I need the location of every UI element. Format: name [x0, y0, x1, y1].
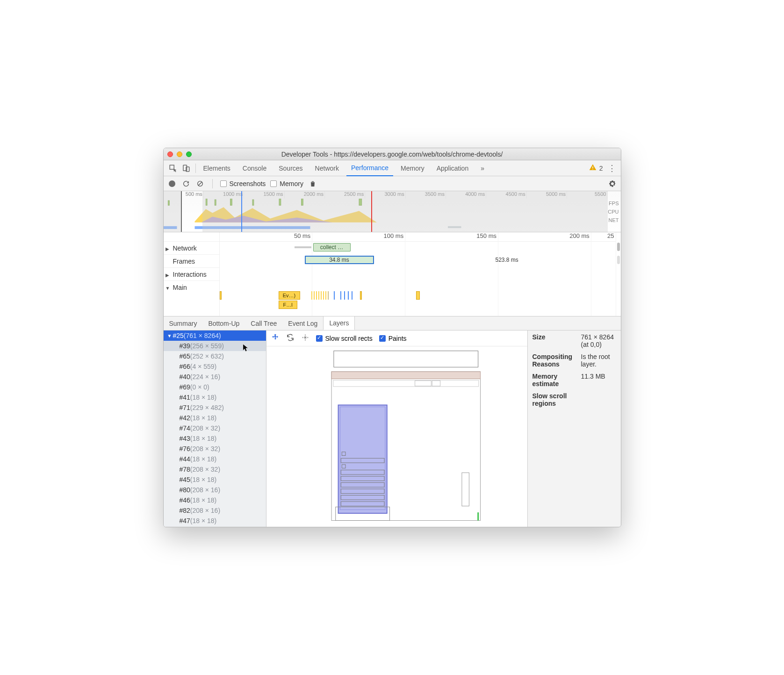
tabs: Elements Console Sources Network Perform…: [199, 160, 589, 176]
main-event[interactable]: [344, 291, 345, 300]
svg-rect-23: [338, 405, 387, 513]
selection-handle-mid[interactable]: [241, 191, 242, 232]
layer-3d-viewer[interactable]: [266, 346, 527, 527]
layer-tree-item[interactable]: #39(256 × 559): [164, 341, 266, 351]
tab-sources[interactable]: Sources: [274, 160, 307, 176]
layer-tree-item[interactable]: #82(208 × 16): [164, 505, 266, 516]
tab-performance[interactable]: Performance: [346, 160, 393, 176]
rotate-icon[interactable]: [286, 333, 295, 343]
tab-console[interactable]: Console: [238, 160, 271, 176]
layer-tree-item[interactable]: #66(4 × 559): [164, 361, 266, 372]
scrollbar[interactable]: [617, 243, 620, 251]
tab-call-tree[interactable]: Call Tree: [245, 316, 282, 330]
paints-checkbox[interactable]: Paints: [379, 335, 407, 342]
layer-tree-item[interactable]: #74(208 × 32): [164, 423, 266, 433]
selection-handle-left[interactable]: [181, 191, 182, 232]
layer-id: #25: [173, 332, 184, 339]
layer-tree-item[interactable]: #41(18 × 18): [164, 392, 266, 402]
layer-id: #80: [180, 486, 190, 494]
main-event[interactable]: F…l: [279, 301, 297, 309]
main-event[interactable]: [340, 291, 341, 300]
gear-icon[interactable]: [608, 179, 617, 188]
overview-shade-left: [164, 191, 181, 232]
clear-button[interactable]: [195, 179, 205, 188]
overview-timeline[interactable]: 500 ms 1000 ms 1500 ms 2000 ms 2500 ms 3…: [164, 191, 621, 232]
slow-scroll-checkbox[interactable]: Slow scroll rects: [316, 335, 373, 342]
zoom-icon[interactable]: [186, 151, 192, 157]
main-event[interactable]: [348, 291, 349, 300]
layer-id: #65: [180, 352, 190, 360]
layer-id: #40: [180, 373, 190, 381]
kebab-icon[interactable]: ⋮: [606, 163, 618, 173]
main-event[interactable]: [352, 291, 352, 300]
layer-dimensions: (229 × 482): [190, 404, 224, 411]
main-event[interactable]: [220, 291, 222, 300]
scrollbar[interactable]: [617, 256, 620, 264]
layer-tree[interactable]: ▼#25(761 × 8264)#39(256 × 559)#65(252 × …: [164, 330, 266, 527]
network-prequeue: [295, 246, 311, 248]
warning-icon[interactable]: [589, 164, 597, 172]
tick: 25: [591, 232, 616, 241]
tab-event-log[interactable]: Event Log: [282, 316, 323, 330]
layer-dimensions: (256 × 559): [190, 342, 224, 350]
layer-tree-item[interactable]: #76(208 × 32): [164, 444, 266, 454]
layer-tree-item[interactable]: #45(18 × 18): [164, 474, 266, 485]
layer-tree-item[interactable]: #71(229 × 482): [164, 402, 266, 413]
reset-view-icon[interactable]: [301, 333, 309, 343]
layer-id: #44: [180, 455, 190, 463]
layer-id: #74: [180, 424, 190, 432]
checkbox-checked-icon: [379, 335, 386, 342]
layer-tree-item[interactable]: #78(208 × 32): [164, 464, 266, 474]
tab-bottom-up[interactable]: Bottom-Up: [202, 316, 245, 330]
layer-tree-item[interactable]: #44(18 × 18): [164, 454, 266, 464]
lane-network[interactable]: Network: [164, 242, 219, 255]
layer-dimensions: (18 × 18): [190, 476, 216, 483]
main-event[interactable]: [360, 291, 362, 300]
flame-lanes[interactable]: 50 ms 100 ms 150 ms 200 ms 25 collect … …: [220, 232, 621, 316]
layer-tree-item[interactable]: #69(0 × 0): [164, 382, 266, 392]
main-event[interactable]: Ev…): [279, 291, 300, 300]
tab-network[interactable]: Network: [310, 160, 344, 176]
layer-id: #47: [180, 517, 190, 524]
main-event[interactable]: [416, 291, 420, 300]
device-toggle-icon[interactable]: [180, 162, 193, 175]
layer-tree-item[interactable]: #80(208 × 16): [164, 485, 266, 495]
pan-icon[interactable]: [271, 333, 280, 343]
layer-tree-item[interactable]: #65(252 × 632): [164, 351, 266, 361]
close-icon[interactable]: [167, 151, 173, 157]
layer-tree-item[interactable]: #47(18 × 18): [164, 516, 266, 526]
lane-main[interactable]: Main: [164, 281, 219, 294]
layer-tree-item[interactable]: #43(18 × 18): [164, 433, 266, 444]
main-event[interactable]: [311, 291, 330, 300]
screenshots-checkbox[interactable]: Screenshots: [220, 180, 266, 187]
selection-handle-right[interactable]: [371, 191, 372, 232]
inspect-icon[interactable]: [166, 162, 180, 175]
main-event[interactable]: [334, 291, 335, 300]
warning-count[interactable]: 2: [599, 165, 603, 172]
trash-icon[interactable]: [308, 179, 317, 188]
tab-elements[interactable]: Elements: [199, 160, 235, 176]
layer-dimensions: (208 × 32): [190, 466, 220, 473]
layer-id: #45: [180, 476, 190, 483]
tab-memory[interactable]: Memory: [396, 160, 429, 176]
lane-frames[interactable]: Frames: [164, 255, 219, 268]
tick: 150 ms: [405, 232, 498, 241]
tab-layers[interactable]: Layers: [323, 316, 355, 330]
memory-checkbox[interactable]: Memory: [270, 180, 303, 187]
frame-bar[interactable]: 34.8 ms: [305, 256, 374, 264]
network-request-bar[interactable]: collect …: [313, 243, 351, 251]
layer-tree-item[interactable]: ▼#25(761 × 8264): [164, 330, 266, 341]
layer-tree-item[interactable]: #46(18 × 18): [164, 495, 266, 505]
main-event[interactable]: [328, 291, 329, 300]
minimize-icon[interactable]: [177, 151, 182, 157]
record-button[interactable]: [167, 179, 177, 188]
flamechart[interactable]: Network Frames Interactions Main 50 ms 1…: [164, 232, 621, 316]
lane-interactions[interactable]: Interactions: [164, 268, 219, 281]
layer-tree-item[interactable]: #40(224 × 16): [164, 372, 266, 382]
tab-summary[interactable]: Summary: [164, 316, 203, 330]
layer-tree-item[interactable]: #42(18 × 18): [164, 413, 266, 423]
tabs-overflow[interactable]: »: [476, 160, 489, 176]
layer-dimensions: (18 × 18): [190, 435, 216, 442]
reload-button[interactable]: [181, 179, 191, 188]
tab-application[interactable]: Application: [432, 160, 474, 176]
